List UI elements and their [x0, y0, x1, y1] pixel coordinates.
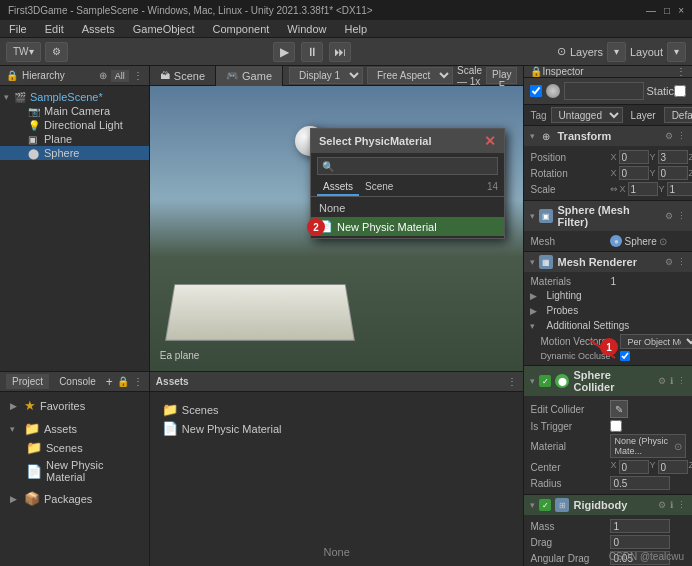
rigidbody-header[interactable]: ▾ ✓ ⊞ Rigidbody ⚙ ℹ ⋮ [524, 495, 692, 515]
rot-x[interactable] [619, 166, 649, 180]
packages-folder[interactable]: ▶ 📦 Packages [6, 489, 143, 508]
tab-scene[interactable]: 🏔 Scene [150, 66, 216, 86]
hierarchy-item-plane[interactable]: ▣ Plane [0, 132, 149, 146]
menu-window[interactable]: Window [284, 23, 329, 35]
collider-body: Edit Collider ✎ Is Trigger Material None… [524, 396, 692, 494]
menu-component[interactable]: Component [209, 23, 272, 35]
motion-vectors-select[interactable]: Per Object Motion [620, 334, 692, 349]
mesh-filter-component: ▾ ▣ Sphere (Mesh Filter) ⚙ ⋮ Mesh ● Sphe… [524, 201, 692, 252]
sphere-collider-header[interactable]: ▾ ✓ ⬤ Sphere Collider ⚙ ℹ ⋮ [524, 366, 692, 396]
layer-dropdown[interactable]: Default [664, 107, 692, 123]
hierarchy-header: 🔒 Hierarchy ⊕ All ⋮ [0, 66, 149, 86]
scenes-folder-item[interactable]: 📁 Scenes [6, 438, 143, 457]
popup-item-new-physic[interactable]: 📄 New Physic Material [311, 217, 504, 236]
new-physic-folder[interactable]: 📄 New Physic Material [158, 419, 516, 438]
mesh-filter-settings[interactable]: ⚙ [665, 211, 673, 221]
tab-project[interactable]: Project [6, 374, 49, 389]
menu-file[interactable]: File [6, 23, 30, 35]
scale-label: Scale [530, 184, 610, 195]
material-target[interactable]: ⊙ [674, 441, 682, 452]
transform-settings-btn[interactable]: ⚙ [665, 131, 673, 141]
tool-transform[interactable]: TW▾ [6, 42, 41, 62]
layers-dropdown[interactable]: ▾ [607, 42, 626, 62]
tab-console[interactable]: Console [53, 374, 102, 389]
mesh-filter-more[interactable]: ⋮ [677, 211, 686, 221]
rigidbody-settings[interactable]: ⚙ [658, 500, 666, 510]
scale-y[interactable] [667, 182, 692, 196]
plane-icon: ▣ [28, 134, 42, 145]
light-icon: 💡 [28, 120, 42, 131]
transform-more-btn[interactable]: ⋮ [677, 131, 686, 141]
rigidbody-enabled-icon[interactable]: ✓ [539, 499, 551, 511]
popup-close-btn[interactable]: ✕ [484, 133, 496, 149]
play-button[interactable]: ▶ [273, 42, 295, 62]
close-btn[interactable]: × [678, 5, 684, 16]
material-value-container[interactable]: None (Physic Mate... ⊙ [610, 434, 686, 458]
popup-tab-scene[interactable]: Scene [359, 179, 399, 196]
menu-help[interactable]: Help [341, 23, 370, 35]
physic-material-item[interactable]: 📄 New Physic Material [6, 457, 143, 485]
edit-collider-btn[interactable]: ✎ [610, 400, 628, 418]
maximize-btn[interactable]: □ [664, 5, 670, 16]
transform-header[interactable]: ▾ ⊕ Transform ⚙ ⋮ [524, 126, 692, 146]
static-checkbox[interactable] [674, 85, 686, 97]
collider-more[interactable]: ⋮ [677, 376, 686, 386]
mesh-renderer-more[interactable]: ⋮ [677, 257, 686, 267]
layout-dropdown[interactable]: ▾ [667, 42, 686, 62]
tag-dropdown[interactable]: Untagged [551, 107, 623, 123]
aspect-select[interactable]: Free Aspect [367, 67, 453, 84]
rigidbody-more[interactable]: ⋮ [677, 500, 686, 510]
rigidbody-info[interactable]: ℹ [670, 500, 673, 510]
collider-info[interactable]: ℹ [670, 376, 673, 386]
menu-assets[interactable]: Assets [79, 23, 118, 35]
drag-input[interactable] [610, 535, 670, 549]
minimize-btn[interactable]: — [646, 5, 656, 16]
collider-settings[interactable]: ⚙ [658, 376, 666, 386]
favorites-folder[interactable]: ▶ ★ Favorites [6, 396, 143, 415]
hierarchy-item-maincamera[interactable]: 📷 Main Camera [0, 104, 149, 118]
step-button[interactable]: ⏭ [329, 42, 351, 62]
dynamic-occlusion-checkbox[interactable] [620, 351, 630, 361]
pause-button[interactable]: ⏸ [301, 42, 323, 62]
display-select[interactable]: Display 1 [289, 67, 363, 84]
new-physic-label: New Physic Material [182, 423, 282, 435]
assets-folder[interactable]: ▾ 📁 Assets [6, 419, 143, 438]
light-name: Directional Light [44, 119, 123, 131]
hierarchy-item-samplescene[interactable]: ▾ 🎬 SampleScene* [0, 90, 149, 104]
collider-enabled-icon[interactable]: ✓ [539, 375, 551, 387]
assets-folder-icon: 📁 [24, 421, 40, 436]
scenes-main-folder[interactable]: 📁 Scenes [158, 400, 516, 419]
center-x[interactable] [619, 460, 649, 474]
hierarchy-item-directionallight[interactable]: 💡 Directional Light [0, 118, 149, 132]
tab-game[interactable]: 🎮 Game [216, 66, 283, 86]
additional-settings-row[interactable]: ▾ Additional Settings [530, 318, 686, 333]
obj-active-checkbox[interactable] [530, 85, 542, 97]
center-y[interactable] [658, 460, 688, 474]
mesh-renderer-settings[interactable]: ⚙ [665, 257, 673, 267]
lighting-row[interactable]: ▶ Lighting [530, 288, 686, 303]
inspector-title: Inspector [542, 66, 583, 77]
probes-row[interactable]: ▶ Probes [530, 303, 686, 318]
mass-input[interactable] [610, 519, 670, 533]
collider-title: Sphere Collider [573, 369, 654, 393]
obj-name-input[interactable]: Sphere [564, 82, 644, 100]
pos-y[interactable] [658, 150, 688, 164]
scale-x[interactable] [628, 182, 658, 196]
mesh-target-btn[interactable]: ⊙ [659, 236, 667, 247]
hierarchy-all: All [111, 70, 129, 82]
mesh-renderer-header[interactable]: ▾ ▦ Mesh Renderer ⚙ ⋮ [524, 252, 692, 272]
is-trigger-checkbox[interactable] [610, 420, 622, 432]
hierarchy-item-sphere[interactable]: ⬤ Sphere [0, 146, 149, 160]
rot-y[interactable] [658, 166, 688, 180]
popup-search-input[interactable] [317, 157, 498, 175]
tool-settings[interactable]: ⚙ [45, 42, 68, 62]
panel-add-btn[interactable]: + [106, 375, 113, 389]
pos-x[interactable] [619, 150, 649, 164]
mesh-filter-header[interactable]: ▾ ▣ Sphere (Mesh Filter) ⚙ ⋮ [524, 201, 692, 231]
popup-tab-assets[interactable]: Assets [317, 179, 359, 196]
radius-input[interactable] [610, 476, 670, 490]
menu-gameobject[interactable]: GameObject [130, 23, 198, 35]
menu-edit[interactable]: Edit [42, 23, 67, 35]
popup-item-none[interactable]: None [311, 199, 504, 217]
play-f-button[interactable]: Play F [486, 67, 517, 84]
